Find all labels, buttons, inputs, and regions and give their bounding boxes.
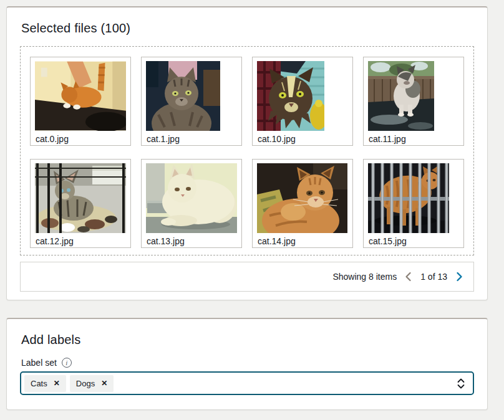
pagination-bar: Showing 8 items 1 of 13	[20, 262, 474, 292]
file-card[interactable]: cat.11.jpg	[363, 57, 464, 146]
label-set-field-label: Label set	[21, 358, 57, 368]
file-thumbnail-cat-0	[35, 61, 126, 131]
selected-files-panel: Selected files (100)	[6, 6, 488, 300]
file-name: cat.14.jpg	[257, 236, 348, 246]
label-tag-text: Dogs	[76, 379, 95, 388]
label-set-select[interactable]: Cats ✕ Dogs ✕	[20, 371, 474, 395]
file-name: cat.1.jpg	[146, 134, 237, 144]
file-name: cat.12.jpg	[35, 236, 126, 246]
add-labels-title: Add labels	[21, 333, 474, 347]
label-tag-cats: Cats ✕	[24, 375, 66, 392]
file-grid-area: cat.0.jpg	[20, 46, 474, 255]
file-card[interactable]: cat.10.jpg	[252, 57, 353, 146]
chevron-right-icon[interactable]	[454, 270, 464, 283]
file-card[interactable]: cat.0.jpg	[30, 57, 131, 146]
pagination-summary: Showing 8 items	[332, 272, 397, 282]
file-thumbnail-cat-15	[368, 163, 459, 233]
file-thumbnail-cat-10	[257, 61, 348, 131]
add-labels-panel: Add labels Label set i Cats ✕ Dogs ✕	[6, 318, 488, 410]
file-thumbnail-cat-11	[368, 61, 459, 131]
remove-tag-icon[interactable]: ✕	[101, 379, 107, 387]
file-name: cat.10.jpg	[257, 134, 348, 144]
file-thumbnail-cat-12	[35, 163, 126, 233]
file-thumbnail-cat-14	[257, 163, 348, 233]
file-name: cat.13.jpg	[146, 236, 237, 246]
file-thumbnail-cat-13	[146, 163, 237, 233]
file-card[interactable]: cat.13.jpg	[141, 159, 242, 248]
up-down-stepper-icon[interactable]	[457, 378, 465, 389]
file-name: cat.15.jpg	[368, 236, 459, 246]
file-name: cat.11.jpg	[368, 134, 459, 144]
file-card[interactable]: cat.14.jpg	[252, 159, 353, 248]
file-card[interactable]: cat.15.jpg	[363, 159, 464, 248]
remove-tag-icon[interactable]: ✕	[54, 379, 60, 387]
pagination-page-indicator: 1 of 13	[420, 272, 447, 282]
file-card[interactable]: cat.12.jpg	[30, 159, 131, 248]
info-circle-icon[interactable]: i	[62, 358, 72, 368]
label-tag-text: Cats	[31, 379, 47, 388]
file-card[interactable]: cat.1.jpg	[141, 57, 242, 146]
selected-files-title: Selected files (100)	[21, 21, 474, 36]
label-tag-dogs: Dogs ✕	[70, 375, 114, 392]
chevron-left-icon[interactable]	[404, 270, 414, 283]
file-thumbnail-cat-1	[146, 61, 237, 131]
file-grid: cat.0.jpg	[30, 57, 464, 248]
file-name: cat.0.jpg	[35, 134, 126, 144]
